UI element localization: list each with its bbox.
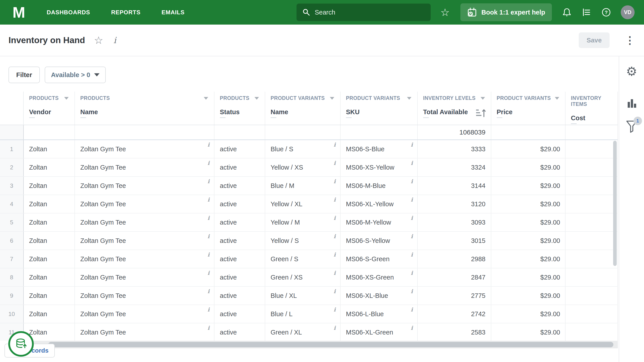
price-cell[interactable]: $29.00	[491, 158, 566, 176]
column-menu-arrow-icon[interactable]	[64, 97, 69, 100]
total-available-cell[interactable]: 3144	[418, 177, 491, 195]
info-icon[interactable]: i	[411, 233, 413, 240]
info-icon[interactable]: i	[334, 251, 336, 258]
variant-name-cell[interactable]: Green / XLi	[265, 323, 340, 341]
column-header[interactable]: INVENTORY LEVELS Total Available	[418, 92, 491, 125]
info-icon[interactable]: i	[208, 215, 210, 221]
favorite-report-star-icon[interactable]: ☆	[94, 34, 103, 46]
price-cell[interactable]: $29.00	[491, 177, 566, 195]
total-available-cell[interactable]: 2742	[418, 305, 491, 323]
status-cell[interactable]: active	[214, 232, 265, 250]
status-cell[interactable]: active	[214, 213, 265, 231]
column-menu-arrow-icon[interactable]	[407, 97, 412, 100]
status-cell[interactable]: active	[214, 305, 265, 323]
sku-cell[interactable]: MS06-S-Bluei	[340, 140, 418, 158]
vendor-cell[interactable]: Zoltan	[24, 268, 75, 286]
total-available-cell[interactable]: 3093	[418, 213, 491, 231]
vendor-cell[interactable]: Zoltan	[24, 140, 75, 158]
notifications-bell-icon[interactable]	[562, 7, 572, 17]
status-cell[interactable]: active	[214, 287, 265, 305]
product-name-cell[interactable]: Zoltan Gym Teei	[75, 213, 214, 231]
info-icon[interactable]: i	[334, 160, 336, 166]
column-menu-arrow-icon[interactable]	[330, 97, 334, 100]
info-icon[interactable]: i	[411, 215, 413, 221]
column-header[interactable]: INVENTORY ITEMS Cost	[566, 92, 618, 125]
sync-records-fab[interactable]	[8, 331, 34, 357]
info-icon[interactable]: i	[334, 325, 336, 331]
product-name-cell[interactable]: Zoltan Gym Teei	[75, 287, 214, 305]
info-icon[interactable]: i	[411, 251, 413, 258]
table-row[interactable]: 7 Zoltan Zoltan Gym Teei active Green / …	[0, 250, 618, 268]
cost-cell[interactable]	[566, 195, 618, 213]
price-cell[interactable]: $29.00	[491, 323, 566, 341]
sku-cell[interactable]: MS06-XL-Bluei	[340, 287, 418, 305]
help-icon[interactable]: ?	[602, 7, 611, 17]
cost-cell[interactable]	[566, 140, 618, 158]
cost-cell[interactable]	[566, 213, 618, 231]
info-icon[interactable]: i	[208, 325, 210, 331]
info-icon[interactable]: i	[411, 270, 413, 276]
column-header[interactable]: PRODUCTS Vendor	[24, 92, 75, 125]
sort-ascending-icon[interactable]	[476, 109, 486, 118]
product-name-cell[interactable]: Zoltan Gym Teei	[75, 305, 214, 323]
variant-name-cell[interactable]: Green / XSi	[265, 268, 340, 286]
column-menu-arrow-icon[interactable]	[254, 97, 259, 100]
product-name-cell[interactable]: Zoltan Gym Teei	[75, 158, 214, 176]
table-row[interactable]: 9 Zoltan Zoltan Gym Teei active Blue / X…	[0, 287, 618, 305]
variant-name-cell[interactable]: Yellow / Mi	[265, 213, 340, 231]
sku-cell[interactable]: MS06-L-Bluei	[340, 305, 418, 323]
cost-cell[interactable]	[566, 177, 618, 195]
column-header[interactable]: PRODUCT VARIANTS SKU	[340, 92, 418, 125]
cost-cell[interactable]	[566, 158, 618, 176]
vendor-cell[interactable]: Zoltan	[24, 177, 75, 195]
price-cell[interactable]: $29.00	[491, 250, 566, 268]
nav-dashboards[interactable]: DASHBOARDS	[47, 9, 90, 16]
cost-cell[interactable]	[566, 250, 618, 268]
info-icon[interactable]: i	[334, 141, 336, 148]
status-cell[interactable]: active	[214, 195, 265, 213]
total-available-cell[interactable]: 2847	[418, 268, 491, 286]
user-avatar[interactable]: VD	[621, 5, 634, 19]
table-row[interactable]: 2 Zoltan Zoltan Gym Teei active Yellow /…	[0, 158, 618, 177]
vendor-cell[interactable]: Zoltan	[24, 195, 75, 213]
nav-emails[interactable]: EMAILS	[162, 9, 184, 16]
app-logo[interactable]: M	[12, 5, 25, 20]
status-cell[interactable]: active	[214, 268, 265, 286]
sku-cell[interactable]: MS06-XL-Greeni	[340, 323, 418, 341]
filters-funnel-icon[interactable]: 1	[626, 120, 638, 133]
info-icon[interactable]: i	[208, 233, 210, 240]
info-icon[interactable]: i	[334, 215, 336, 221]
sku-cell[interactable]: MS06-S-Greeni	[340, 250, 418, 268]
info-icon[interactable]: i	[334, 306, 336, 313]
price-cell[interactable]: $29.00	[491, 232, 566, 250]
sku-cell[interactable]: MS06-XS-Greeni	[340, 268, 418, 286]
product-name-cell[interactable]: Zoltan Gym Teei	[75, 177, 214, 195]
table-row[interactable]: 1 Zoltan Zoltan Gym Teei active Blue / S…	[0, 140, 618, 158]
cost-cell[interactable]	[566, 287, 618, 305]
info-icon[interactable]: i	[208, 141, 210, 148]
price-cell[interactable]: $29.00	[491, 287, 566, 305]
product-name-cell[interactable]: Zoltan Gym Teei	[75, 195, 214, 213]
info-icon[interactable]: i	[411, 196, 413, 203]
total-available-cell[interactable]: 3120	[418, 195, 491, 213]
info-icon[interactable]: i	[208, 160, 210, 166]
vendor-cell[interactable]: Zoltan	[24, 250, 75, 268]
changelog-list-icon[interactable]	[582, 7, 591, 17]
nav-reports[interactable]: REPORTS	[111, 9, 140, 16]
product-name-cell[interactable]: Zoltan Gym Teei	[75, 323, 214, 341]
status-cell[interactable]: active	[214, 177, 265, 195]
total-available-cell[interactable]: 2775	[418, 287, 491, 305]
info-icon[interactable]: i	[208, 288, 210, 295]
info-icon[interactable]: i	[334, 178, 336, 185]
price-cell[interactable]: $29.00	[491, 268, 566, 286]
info-icon[interactable]: i	[208, 306, 210, 313]
price-cell[interactable]: $29.00	[491, 195, 566, 213]
table-row[interactable]: 11 Zoltan Zoltan Gym Teei active Green /…	[0, 323, 618, 341]
column-menu-arrow-icon[interactable]	[204, 97, 208, 100]
sku-cell[interactable]: MS06-M-Yellowi	[340, 213, 418, 231]
info-icon[interactable]: i	[208, 251, 210, 258]
column-header[interactable]: PRODUCT VARIANTS Price	[491, 92, 566, 125]
vendor-cell[interactable]: Zoltan	[24, 287, 75, 305]
favorite-star-icon[interactable]: ☆	[440, 6, 450, 18]
product-name-cell[interactable]: Zoltan Gym Teei	[75, 232, 214, 250]
